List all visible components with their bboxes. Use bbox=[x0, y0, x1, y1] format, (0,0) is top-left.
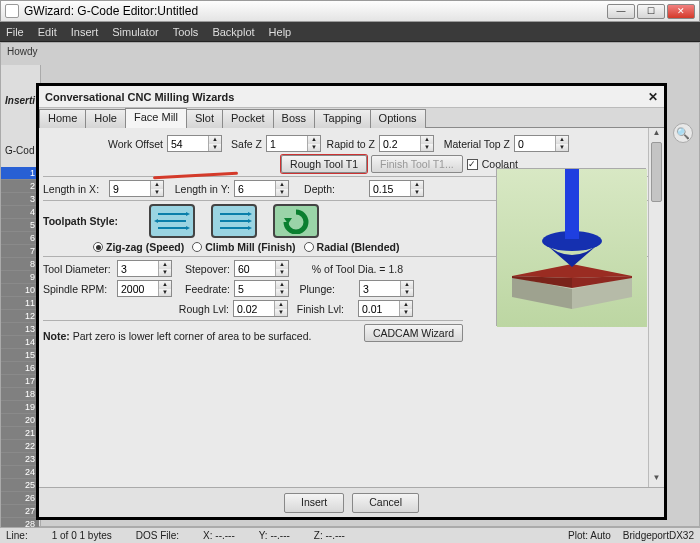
radial-tile[interactable] bbox=[273, 204, 319, 238]
line-number: 20 bbox=[1, 414, 39, 427]
plunge-input[interactable]: ▲▼ bbox=[359, 280, 414, 297]
tab-face-mill[interactable]: Face Mill bbox=[125, 108, 187, 128]
app-icon bbox=[5, 4, 19, 18]
cadcam-wizard-button[interactable]: CADCAM Wizard bbox=[364, 324, 463, 342]
svg-marker-19 bbox=[248, 219, 252, 223]
tab-hole[interactable]: Hole bbox=[85, 109, 126, 128]
status-line: Line: bbox=[6, 530, 28, 541]
dia-label: Tool Diameter: bbox=[43, 263, 113, 275]
zigzag-tile[interactable] bbox=[149, 204, 195, 238]
status-dos: DOS File: bbox=[136, 530, 179, 541]
rapidz-label: Rapid to Z bbox=[325, 138, 375, 150]
rapidz-input[interactable]: ▲▼ bbox=[379, 135, 434, 152]
line-number: 13 bbox=[1, 323, 39, 336]
scroll-up-icon[interactable]: ▲ bbox=[649, 128, 664, 142]
leny-label: Length in Y: bbox=[168, 183, 230, 195]
tab-options[interactable]: Options bbox=[370, 109, 426, 128]
right-side: 🔍 bbox=[673, 123, 695, 143]
rpm-input[interactable]: ▲▼ bbox=[117, 280, 172, 297]
plunge-label: Plunge: bbox=[293, 283, 335, 295]
svg-marker-14 bbox=[186, 226, 190, 230]
line-number: 24 bbox=[1, 466, 39, 479]
main-area: Howdy Inserti G-Cod 12345678910111213141… bbox=[0, 42, 700, 527]
lenx-label: Length in X: bbox=[43, 183, 105, 195]
tab-tapping[interactable]: Tapping bbox=[314, 109, 371, 128]
gcode-panel-label: G-Cod bbox=[5, 145, 34, 156]
lenx-input[interactable]: ▲▼ bbox=[109, 180, 164, 197]
titlebar: GWizard: G-Code Editor:Untitled — ☐ ✕ bbox=[0, 0, 700, 22]
work-offset-label: Work Offset bbox=[103, 138, 163, 150]
insert-button[interactable]: Insert bbox=[284, 493, 344, 513]
line-number: 12 bbox=[1, 310, 39, 323]
line-number: 5 bbox=[1, 219, 39, 232]
safez-label: Safe Z bbox=[226, 138, 262, 150]
dialog-close-button[interactable]: ✕ bbox=[648, 90, 658, 104]
line-number: 27 bbox=[1, 505, 39, 518]
howdy-label: Howdy bbox=[7, 46, 38, 57]
work-offset-input[interactable]: ▲▼ bbox=[167, 135, 222, 152]
svg-marker-20 bbox=[248, 226, 252, 230]
line-number: 17 bbox=[1, 375, 39, 388]
line-number: 14 bbox=[1, 336, 39, 349]
line-number: 16 bbox=[1, 362, 39, 375]
line-number: 2 bbox=[1, 180, 39, 193]
wizard-dialog: Conversational CNC Milling Wizards ✕ Hom… bbox=[39, 86, 664, 517]
minimize-button[interactable]: — bbox=[607, 4, 635, 19]
insert-panel-label: Inserti bbox=[5, 95, 35, 106]
climb-tile[interactable] bbox=[211, 204, 257, 238]
tab-home[interactable]: Home bbox=[39, 109, 86, 128]
preview-3d[interactable] bbox=[496, 168, 646, 326]
rlvl-input[interactable]: ▲▼ bbox=[233, 300, 288, 317]
close-button[interactable]: ✕ bbox=[667, 4, 695, 19]
tab-boss[interactable]: Boss bbox=[273, 109, 315, 128]
dia-input[interactable]: ▲▼ bbox=[117, 260, 172, 277]
status-plot: Plot: Auto bbox=[568, 530, 611, 541]
menu-insert[interactable]: Insert bbox=[71, 26, 99, 38]
climb-radio[interactable]: Climb Mill (Finish) bbox=[192, 241, 295, 253]
feed-label: Feedrate: bbox=[176, 283, 230, 295]
line-gutter: 1234567891011121314151617181920212223242… bbox=[1, 167, 39, 526]
rough-tool-button[interactable]: Rough Tool T1 bbox=[281, 155, 367, 173]
step-input[interactable]: ▲▼ bbox=[234, 260, 289, 277]
menu-help[interactable]: Help bbox=[269, 26, 292, 38]
menu-simulator[interactable]: Simulator bbox=[112, 26, 158, 38]
line-number: 25 bbox=[1, 479, 39, 492]
dialog-title: Conversational CNC Milling Wizards bbox=[45, 91, 234, 103]
leny-input[interactable]: ▲▼ bbox=[234, 180, 289, 197]
zoom-icon[interactable]: 🔍 bbox=[673, 123, 693, 143]
dialog-scrollbar[interactable]: ▲ ▼ bbox=[648, 128, 664, 487]
menu-file[interactable]: File bbox=[6, 26, 24, 38]
line-number: 6 bbox=[1, 232, 39, 245]
maximize-button[interactable]: ☐ bbox=[637, 4, 665, 19]
line-number: 8 bbox=[1, 258, 39, 271]
modal-overlay: Conversational CNC Milling Wizards ✕ Hom… bbox=[36, 83, 667, 520]
tab-slot[interactable]: Slot bbox=[186, 109, 223, 128]
toolpath-style-title: Toolpath Style: bbox=[43, 215, 133, 227]
scroll-down-icon[interactable]: ▼ bbox=[649, 473, 664, 487]
flvl-label: Finish Lvl: bbox=[292, 303, 344, 315]
menu-edit[interactable]: Edit bbox=[38, 26, 57, 38]
line-number: 23 bbox=[1, 453, 39, 466]
radial-radio[interactable]: Radial (Blended) bbox=[304, 241, 400, 253]
mattop-label: Material Top Z bbox=[438, 138, 510, 150]
mattop-input[interactable]: ▲▼ bbox=[514, 135, 569, 152]
left-panel: Inserti G-Cod 12345678910111213141516171… bbox=[1, 65, 41, 526]
cancel-button[interactable]: Cancel bbox=[352, 493, 419, 513]
line-number: 15 bbox=[1, 349, 39, 362]
coolant-checkbox[interactable]: ✓ bbox=[467, 159, 478, 170]
flvl-input[interactable]: ▲▼ bbox=[358, 300, 413, 317]
dialog-titlebar: Conversational CNC Milling Wizards ✕ bbox=[39, 86, 664, 108]
svg-marker-18 bbox=[248, 212, 252, 216]
line-number: 3 bbox=[1, 193, 39, 206]
menu-tools[interactable]: Tools bbox=[173, 26, 199, 38]
menu-backplot[interactable]: Backplot bbox=[212, 26, 254, 38]
feed-input[interactable]: ▲▼ bbox=[234, 280, 289, 297]
depth-label: Depth: bbox=[293, 183, 335, 195]
depth-input[interactable]: ▲▼ bbox=[369, 180, 424, 197]
finish-tool-button[interactable]: Finish Tool T1... bbox=[371, 155, 463, 173]
zigzag-radio[interactable]: Zig-zag (Speed) bbox=[93, 241, 184, 253]
step-note: % of Tool Dia. = 1.8 bbox=[293, 263, 403, 275]
menubar: File Edit Insert Simulator Tools Backplo… bbox=[0, 22, 700, 42]
tab-pocket[interactable]: Pocket bbox=[222, 109, 274, 128]
safez-input[interactable]: ▲▼ bbox=[266, 135, 321, 152]
